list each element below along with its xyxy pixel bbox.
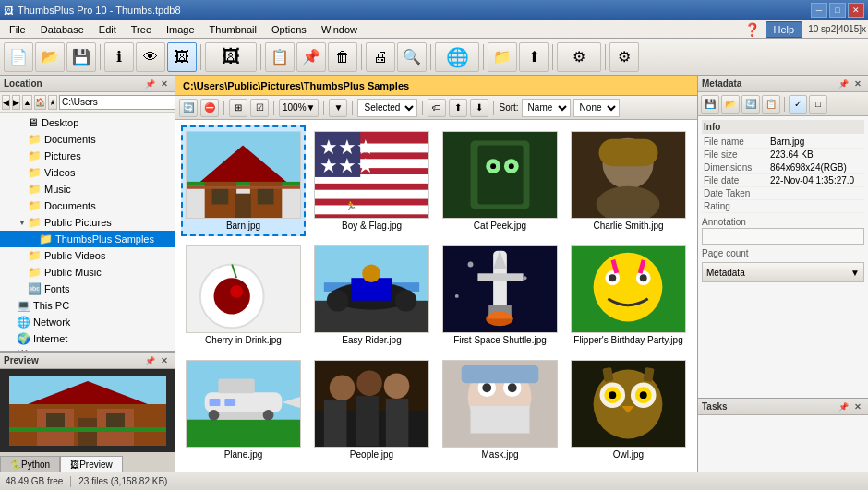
tasks-pin-icon[interactable]: 📌 [837,400,850,413]
thumbnail-item-3[interactable]: Charlie Smith.jpg [566,125,691,236]
toolbar-rotate[interactable]: 🖼 [205,42,257,72]
tree-item-5[interactable]: 📁 Documents [0,197,175,214]
tree-item-0[interactable]: 🖥 Desktop [0,114,175,131]
tree-item-12[interactable]: 🌐 Network [0,314,175,330]
minimize-button[interactable]: ─ [811,3,827,18]
menu-thumbnail[interactable]: Thumbnail [202,22,264,37]
preview-tab-preview[interactable]: 🖼 Preview [60,456,123,472]
location-header-controls[interactable]: 📌 ✕ [143,78,171,90]
thumbnail-item-2[interactable]: Cat Peek.jpg [438,125,562,236]
meta-dropdown[interactable]: Metadata ▼ [702,262,864,282]
tree-item-2[interactable]: 📁 Pictures [0,148,175,164]
toolbar-save[interactable]: 💾 [66,42,96,72]
menu-window[interactable]: Window [314,22,365,37]
thumbnail-item-5[interactable]: Easy Rider.jpg [309,240,434,351]
thumbnail-item-7[interactable]: Flipper's Birthday Party.jpg [566,240,691,351]
tree-item-9[interactable]: 📁 Public Music [0,264,175,281]
meta-check[interactable]: ✓ [789,95,807,114]
preview-tab-python[interactable]: 🐍 Python [0,456,60,472]
tree-item-13[interactable]: 🌍 Internet [0,330,175,347]
tree-item-8[interactable]: 📁 Public Videos [0,247,175,264]
tree-item-4[interactable]: 📁 Music [0,181,175,197]
metadata-header-controls[interactable]: 📌 ✕ [837,78,864,90]
tree-item-1[interactable]: 📁 Documents [0,131,175,148]
maximize-button[interactable]: □ [829,3,846,18]
thumb-up[interactable]: ⬆ [449,99,467,117]
meta-annotation-input[interactable] [702,228,864,245]
thumb-zoom-select[interactable]: 100% ▼ [279,99,319,117]
location-close-icon[interactable]: ✕ [158,78,171,90]
close-button[interactable]: ✕ [848,3,864,18]
toolbar-search[interactable]: 🔍 [397,42,427,72]
thumb-sort2-dropdown[interactable]: None [573,99,620,117]
help-button[interactable]: Help [766,21,803,38]
preview-header-controls[interactable]: 📌 ✕ [143,354,171,367]
thumb-view-grid[interactable]: ⊞ [229,99,247,117]
tasks-close-icon[interactable]: ✕ [851,400,864,413]
location-input[interactable] [59,95,175,110]
menu-tree[interactable]: Tree [124,22,159,37]
thumbnail-item-8[interactable]: Plane.jpg [181,354,306,465]
tree-item-10[interactable]: 🔤 Fonts [0,281,175,297]
toolbar-web[interactable]: 🌐 [435,42,479,72]
meta-copy[interactable]: 📋 [762,95,780,114]
tree-item-11[interactable]: 💻 This PC [0,297,175,314]
thumb-refresh[interactable]: 🔄 [179,99,198,117]
thumbnail-item-11[interactable]: Owl.jpg [566,354,691,465]
toolbar-view[interactable]: 👁 [136,42,165,72]
toolbar-print[interactable]: 🖨 [366,42,395,72]
metadata-close-icon[interactable]: ✕ [851,78,864,90]
thumb-sort-dropdown[interactable]: Name [522,99,571,117]
preview-close-icon[interactable]: ✕ [158,354,171,367]
nav-forward-button[interactable]: ▶ [12,95,20,110]
meta-refresh[interactable]: 🔄 [741,95,760,114]
thumb-selected-dropdown[interactable]: Selected [357,99,417,117]
thumbnail-item-10[interactable]: Mask.jpg [438,354,562,465]
thumb-tag[interactable]: 🏷 [428,99,446,117]
window-controls[interactable]: ─ □ ✕ [811,3,864,18]
meta-save[interactable]: 💾 [701,95,719,114]
meta-check2[interactable]: □ [809,95,827,114]
toolbar-new[interactable]: 📄 [4,42,33,72]
nav-up-button[interactable]: ▲ [22,95,32,110]
toolbar-paste[interactable]: 📌 [296,42,326,72]
tree-item-6[interactable]: ▼ 📁 Public Pictures [0,214,175,231]
thumbnail-item-1[interactable]: ★★★★★★🏃 Boy & Flag.jpg [309,125,434,236]
menu-image[interactable]: Image [159,22,202,37]
menu-edit[interactable]: Edit [91,22,124,37]
thumbnail-item-6[interactable]: First Space Shuttle.jpg [438,240,562,351]
tree-item-7[interactable]: 📁 ThumbsPlus Samples [0,231,175,247]
toolbar-info[interactable]: ℹ [104,42,134,72]
svg-point-93 [482,383,491,392]
tree-item-3[interactable]: 📁 Videos [0,164,175,181]
toolbar-upload[interactable]: ⬆ [519,42,549,72]
tasks-header-controls[interactable]: 📌 ✕ [837,400,864,413]
metadata-pin-icon[interactable]: 📌 [837,78,850,90]
toolbar-settings[interactable]: ⚙ [609,42,639,72]
thumb-view-list[interactable]: ☑ [250,99,269,117]
toolbar-folder-new[interactable]: 📁 [488,42,517,72]
thumbnail-item-4[interactable]: Cherry in Drink.jpg [181,240,306,351]
thumbnail-item-9[interactable]: People.jpg [309,354,434,465]
location-pin-icon[interactable]: 📌 [143,78,156,90]
nav-star-button[interactable]: ★ [48,95,57,110]
thumb-down[interactable]: ⬇ [470,99,488,117]
menu-options[interactable]: Options [264,22,314,37]
thumbnail-area: Barn.jpg ★★★★★★🏃 Boy & Flag.jpg Cat Peek… [175,120,697,472]
thumb-stop[interactable]: ⛔ [200,99,219,117]
nav-home-button[interactable]: 🏠 [34,95,46,110]
toolbar-open[interactable]: 📂 [35,42,65,72]
toolbar-batch[interactable]: ⚙ [557,42,601,72]
thumbnail-item-0[interactable]: Barn.jpg [181,125,306,236]
toolbar-copy[interactable]: 📋 [265,42,295,72]
menu-file[interactable]: File [2,22,33,37]
meta-open[interactable]: 📂 [721,95,740,114]
preview-pin-icon[interactable]: 📌 [143,354,156,367]
help-icon[interactable]: ❓ [744,22,760,37]
thumb-filter[interactable]: ▼ [329,99,347,117]
tree-item-14[interactable]: 🖼 Galleries [0,347,175,351]
menu-database[interactable]: Database [33,22,91,37]
toolbar-delete[interactable]: 🗑 [328,42,357,72]
toolbar-thumb[interactable]: 🖼 [167,42,197,72]
nav-back-button[interactable]: ◀ [2,95,10,110]
